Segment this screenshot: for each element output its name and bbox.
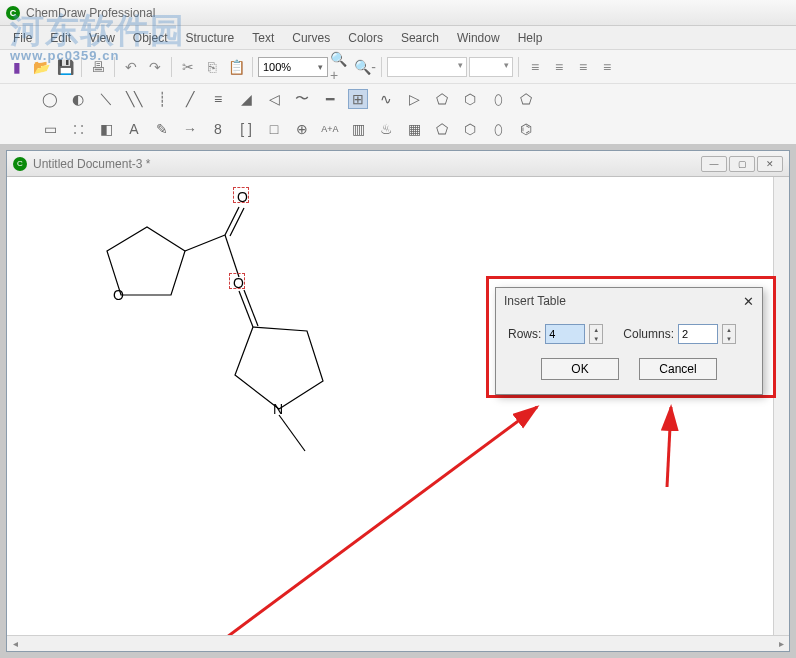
separator [171,57,172,77]
align-left-icon[interactable]: ≡ [524,56,546,78]
insert-table-dialog: Insert Table ✕ Rows: ▲▼ Columns: ▲▼ OK C… [495,287,763,395]
dialog-close-icon[interactable]: ✕ [743,294,754,309]
dialog-titlebar[interactable]: Insert Table ✕ [496,288,762,314]
new-icon[interactable]: ▮ [6,56,28,78]
open-icon[interactable]: 📂 [30,56,52,78]
menu-object[interactable]: Object [124,28,177,48]
rows-field: Rows: ▲▼ [508,324,603,344]
template-icon[interactable]: ▦ [404,119,424,139]
scroll-right-icon[interactable]: ▸ [773,636,789,652]
bond-icon[interactable]: ＼ [96,89,116,109]
hollow-wedge-icon[interactable]: ◁ [264,89,284,109]
arrow-icon[interactable]: → [180,119,200,139]
menu-help[interactable]: Help [509,28,552,48]
print-icon[interactable]: 🖶 [87,56,109,78]
shape-icon[interactable]: □ [264,119,284,139]
wavy-bond-icon[interactable]: 〜 [292,89,312,109]
menu-edit[interactable]: Edit [41,28,80,48]
drawing-canvas[interactable]: O O O N [7,177,789,635]
hexagon-icon[interactable]: ⬡ [460,89,480,109]
align-center-icon[interactable]: ≡ [548,56,570,78]
dialog-body: Rows: ▲▼ Columns: ▲▼ [496,314,762,350]
rows-label: Rows: [508,327,541,341]
fragment-icon[interactable]: ⸬ [68,119,88,139]
menu-colors[interactable]: Colors [339,28,392,48]
rows-spinner[interactable]: ▲▼ [589,324,603,344]
zoom-combo[interactable]: 100%▾ [258,57,328,77]
bold-bond-icon[interactable]: ━ [320,89,340,109]
separator [381,57,382,77]
align-right-icon[interactable]: ≡ [572,56,594,78]
orbital-icon[interactable]: 8 [208,119,228,139]
svg-marker-0 [107,227,185,295]
maximize-button[interactable]: ▢ [729,156,755,172]
chair-icon[interactable]: ⬯ [488,89,508,109]
svg-line-1 [185,235,225,251]
ok-button[interactable]: OK [541,358,619,380]
columns-label: Columns: [623,327,674,341]
paste-icon[interactable]: 📋 [225,56,247,78]
ring5-icon[interactable]: ⬠ [432,119,452,139]
rows-input[interactable] [545,324,585,344]
horizontal-scrollbar[interactable]: ◂ ▸ [7,635,789,651]
app-icon: C [6,6,20,20]
menu-view[interactable]: View [80,28,124,48]
chair2-icon[interactable]: ⬯ [488,119,508,139]
hash-bond-icon[interactable]: ╱ [180,89,200,109]
arrow-tool-icon[interactable]: ▷ [404,89,424,109]
zoom-value: 100% [263,61,291,73]
dashed-bond-icon[interactable]: ┊ [152,89,172,109]
double-bond-icon[interactable]: ╲╲ [124,89,144,109]
columns-field: Columns: ▲▼ [623,324,736,344]
undo-icon[interactable]: ↶ [120,56,142,78]
eraser-icon[interactable]: ◧ [96,119,116,139]
menu-bar: File Edit View Object Structure Text Cur… [0,26,796,50]
menu-text[interactable]: Text [243,28,283,48]
ring6-icon[interactable]: ⬡ [460,119,480,139]
pentagon-icon[interactable]: ⬠ [432,89,452,109]
select-rect-icon[interactable]: ▭ [40,119,60,139]
redo-icon[interactable]: ↷ [144,56,166,78]
tlc-icon[interactable]: ▥ [348,119,368,139]
bracket-icon[interactable]: [ ] [236,119,256,139]
vertical-scrollbar[interactable] [773,177,789,635]
zoom-in-icon[interactable]: 🔍+ [330,56,352,78]
close-button[interactable]: ✕ [757,156,783,172]
zoom-out-icon[interactable]: 🔍- [354,56,376,78]
menu-search[interactable]: Search [392,28,448,48]
cancel-button[interactable]: Cancel [639,358,717,380]
document-titlebar: C Untitled Document-3 * — ▢ ✕ [7,151,789,177]
menu-structure[interactable]: Structure [177,28,244,48]
size-combo[interactable] [469,57,513,77]
menu-window[interactable]: Window [448,28,509,48]
selection-box-1 [233,187,249,203]
columns-input[interactable] [678,324,718,344]
copy-icon[interactable]: ⎘ [201,56,223,78]
scroll-track[interactable] [23,636,773,652]
pen-icon[interactable]: ✎ [152,119,172,139]
triple-bond-icon[interactable]: ≡ [208,89,228,109]
save-icon[interactable]: 💾 [54,56,76,78]
benzene-icon[interactable]: ⌬ [516,119,536,139]
menu-curves[interactable]: Curves [283,28,339,48]
molecule-svg [7,177,789,635]
text-icon[interactable]: A [124,119,144,139]
scroll-left-icon[interactable]: ◂ [7,636,23,652]
marquee-icon[interactable]: ◐ [68,89,88,109]
chain-icon[interactable]: ∿ [376,89,396,109]
polygon-icon[interactable]: ⬠ [516,89,536,109]
columns-spinner[interactable]: ▲▼ [722,324,736,344]
atom-o-ring: O [113,287,124,303]
stamp-icon[interactable]: ♨ [376,119,396,139]
extra-tools-row: ▭ ⸬ ◧ A ✎ → 8 [ ] □ ⊕ A+A ▥ ♨ ▦ ⬠ ⬡ ⬯ ⌬ [0,114,796,144]
cut-icon[interactable]: ✂ [177,56,199,78]
minimize-button[interactable]: — [701,156,727,172]
wedge-bond-icon[interactable]: ◢ [236,89,256,109]
label-icon[interactable]: A+A [320,119,340,139]
lasso-icon[interactable]: ◯ [40,89,60,109]
font-combo[interactable] [387,57,467,77]
table-tool-icon[interactable]: ⊞ [348,89,368,109]
menu-file[interactable]: File [4,28,41,48]
align-justify-icon[interactable]: ≡ [596,56,618,78]
plus-icon[interactable]: ⊕ [292,119,312,139]
